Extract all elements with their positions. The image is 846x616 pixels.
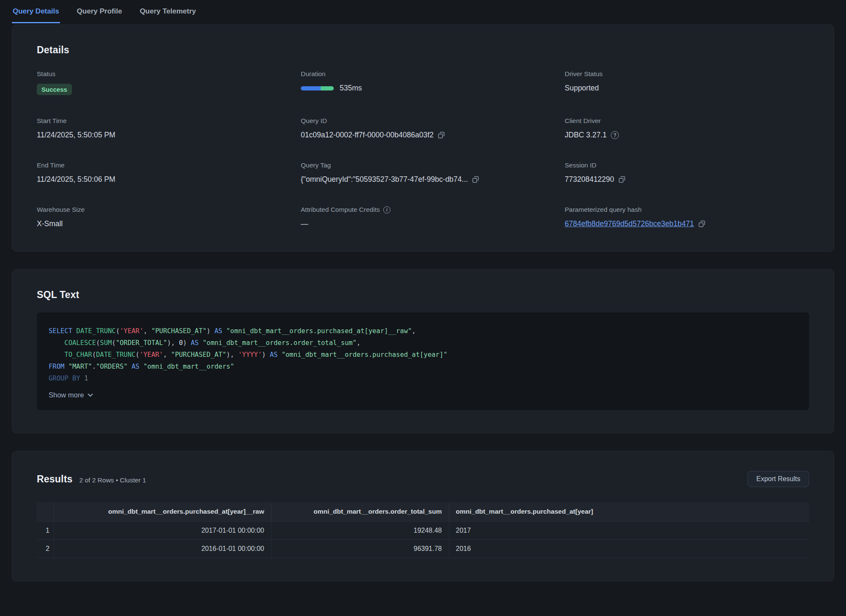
status-badge: Success xyxy=(37,84,72,95)
table-cell: 96391.78 xyxy=(271,539,449,558)
query-tag-label: Query Tag xyxy=(301,162,565,169)
column-header[interactable]: omni_dbt_mart__orders.purchased_at[year]… xyxy=(54,502,271,521)
start-time-label: Start Time xyxy=(37,117,301,125)
field-start-time: Start Time 11/24/2025, 5:50:05 PM xyxy=(37,117,301,140)
tab-bar: Query Details Query Profile Query Teleme… xyxy=(0,0,846,25)
field-end-time: End Time 11/24/2025, 5:50:06 PM xyxy=(37,162,301,184)
field-param-hash: Parameterized query hash 6784efb8de9769d… xyxy=(565,206,809,228)
query-id-value: 01c09a12-0002-ff7f-0000-00b4086a03f2 xyxy=(301,131,434,140)
info-icon[interactable]: i xyxy=(383,206,390,214)
end-time-value: 11/24/2025, 5:50:06 PM xyxy=(37,175,301,184)
warehouse-size-label: Warehouse Size xyxy=(37,206,301,214)
warehouse-size-value: X-Small xyxy=(37,219,301,228)
field-driver-status: Driver Status Supported xyxy=(565,70,809,95)
chevron-down-icon xyxy=(88,393,93,397)
status-label: Status xyxy=(37,70,301,78)
show-more-label: Show more xyxy=(49,391,84,399)
sql-code-line: SELECT DATE_TRUNC('YEAR', "PURCHASED_AT"… xyxy=(49,325,797,337)
table-row: 12017-01-01 00:00:0019248.482017 xyxy=(37,521,809,539)
field-compute-credits: Attributed Compute Credits i — xyxy=(301,206,565,228)
results-table: omni_dbt_mart__orders.purchased_at[year]… xyxy=(37,502,809,558)
start-time-value: 11/24/2025, 5:50:05 PM xyxy=(37,131,301,140)
duration-bar-execution xyxy=(301,86,321,90)
table-row: 22016-01-01 00:00:0096391.782016 xyxy=(37,539,809,558)
row-number-cell: 1 xyxy=(37,521,54,539)
client-driver-label: Client Driver xyxy=(565,117,809,125)
table-cell: 2016-01-01 00:00:00 xyxy=(54,539,271,558)
query-tag-value: {"omniQueryId":"50593527-3b77-47ef-99bc-… xyxy=(301,175,468,184)
session-id-value: 773208412290 xyxy=(565,175,614,184)
tab-query-details[interactable]: Query Details xyxy=(12,0,60,23)
compute-credits-value: — xyxy=(301,219,565,228)
results-table-header-row: omni_dbt_mart__orders.purchased_at[year]… xyxy=(37,502,809,521)
tab-query-telemetry[interactable]: Query Telemetry xyxy=(139,0,197,23)
export-results-button[interactable]: Export Results xyxy=(747,471,809,487)
table-cell: 2017-01-01 00:00:00 xyxy=(54,521,271,539)
field-query-id: Query ID 01c09a12-0002-ff7f-0000-00b4086… xyxy=(301,117,565,140)
duration-label: Duration xyxy=(301,70,565,78)
details-card: Details Status Success Duration 535ms Dr… xyxy=(12,25,834,252)
sql-code-lines: SELECT DATE_TRUNC('YEAR', "PURCHASED_AT"… xyxy=(49,325,797,384)
show-more-button[interactable]: Show more xyxy=(49,391,93,399)
field-client-driver: Client Driver JDBC 3.27.1 ? xyxy=(565,117,809,140)
driver-status-value: Supported xyxy=(565,84,809,93)
field-session-id: Session ID 773208412290 xyxy=(565,162,809,184)
table-cell: 2016 xyxy=(449,539,809,558)
duration-bar xyxy=(301,86,334,90)
field-status: Status Success xyxy=(37,70,301,95)
row-number-cell: 2 xyxy=(37,539,54,558)
driver-status-label: Driver Status xyxy=(565,70,809,78)
results-title: Results xyxy=(37,474,72,485)
copy-session-id-icon[interactable] xyxy=(618,176,626,183)
duration-value: 535ms xyxy=(340,84,362,93)
query-id-label: Query ID xyxy=(301,117,565,125)
column-header[interactable]: omni_dbt_mart__orders.purchased_at[year] xyxy=(449,502,809,521)
param-hash-link[interactable]: 6784efb8de9769d5d5726bce3eb1b471 xyxy=(565,219,694,228)
copy-param-hash-icon[interactable] xyxy=(698,220,706,227)
tab-query-profile[interactable]: Query Profile xyxy=(76,0,123,23)
row-number-header xyxy=(37,502,54,521)
end-time-label: End Time xyxy=(37,162,301,169)
field-duration: Duration 535ms xyxy=(301,70,565,95)
sql-text-card: SQL Text SELECT DATE_TRUNC('YEAR', "PURC… xyxy=(12,269,834,433)
results-meta: 2 of 2 Rows • Cluster 1 xyxy=(79,476,146,484)
details-title: Details xyxy=(37,44,809,56)
copy-query-tag-icon[interactable] xyxy=(472,176,479,183)
field-query-tag: Query Tag {"omniQueryId":"50593527-3b77-… xyxy=(301,162,565,184)
sql-code-line: FROM "MART"."ORDERS" AS "omni_dbt_mart__… xyxy=(49,361,797,372)
sql-code-block: SELECT DATE_TRUNC('YEAR', "PURCHASED_AT"… xyxy=(37,312,809,410)
table-cell: 19248.48 xyxy=(271,521,449,539)
details-grid: Status Success Duration 535ms Driver Sta… xyxy=(37,70,809,228)
copy-query-id-icon[interactable] xyxy=(438,131,445,139)
sql-code-line: COALESCE(SUM("ORDER_TOTAL"), 0) AS "omni… xyxy=(49,337,797,349)
compute-credits-label: Attributed Compute Credits xyxy=(301,206,380,214)
column-header[interactable]: omni_dbt_mart__orders.order_total_sum xyxy=(271,502,449,521)
help-icon[interactable]: ? xyxy=(611,131,619,139)
duration-bar-other xyxy=(321,86,334,90)
session-id-label: Session ID xyxy=(565,162,809,169)
table-cell: 2017 xyxy=(449,521,809,539)
param-hash-label: Parameterized query hash xyxy=(565,206,809,214)
client-driver-value: JDBC 3.27.1 xyxy=(565,131,607,140)
field-warehouse-size: Warehouse Size X-Small xyxy=(37,206,301,228)
sql-text-title: SQL Text xyxy=(37,289,809,301)
results-table-body: 12017-01-01 00:00:0019248.48201722016-01… xyxy=(37,521,809,558)
sql-code-line: GROUP BY 1 xyxy=(49,372,797,384)
results-card: Results 2 of 2 Rows • Cluster 1 Export R… xyxy=(12,451,834,581)
sql-code-line: TO_CHAR(DATE_TRUNC('YEAR', "PURCHASED_AT… xyxy=(49,349,797,361)
